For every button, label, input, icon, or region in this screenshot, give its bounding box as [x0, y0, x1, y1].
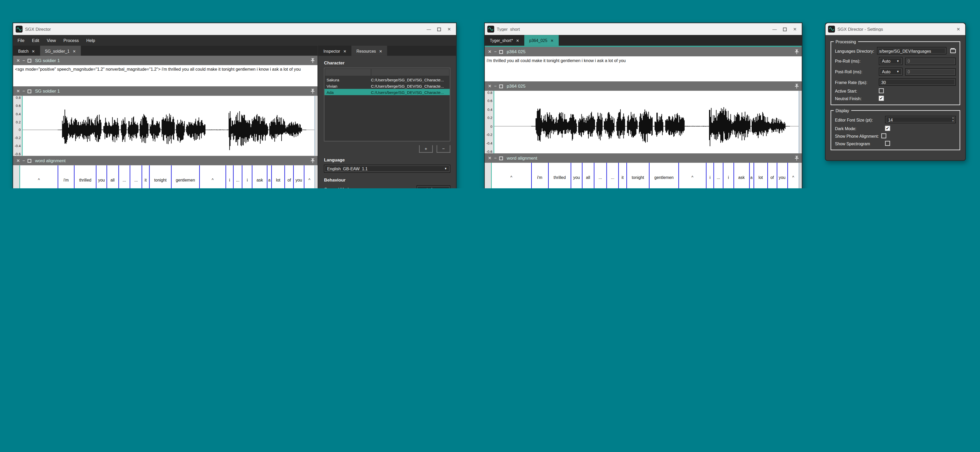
segment[interactable]: thrilled: [75, 165, 97, 188]
segment[interactable]: it: [142, 165, 150, 188]
segment[interactable]: gentlemen: [172, 165, 200, 188]
pin-icon[interactable]: [795, 84, 799, 89]
panel-close-icon[interactable]: ✕: [16, 89, 20, 94]
pin-icon[interactable]: [795, 155, 799, 160]
segment[interactable]: ^: [492, 163, 531, 188]
tab-close-icon[interactable]: ✕: [32, 49, 35, 53]
active-start-checkbox[interactable]: [879, 88, 884, 93]
segment[interactable]: ask: [734, 163, 749, 188]
titlebar[interactable]: SGX Director — ✕: [13, 23, 456, 35]
segment[interactable]: a: [267, 165, 272, 188]
minimize-icon[interactable]: —: [427, 27, 431, 31]
tab-close-icon[interactable]: ✕: [379, 49, 382, 53]
panel-close-icon[interactable]: ✕: [488, 49, 492, 54]
pin-icon[interactable]: [311, 158, 315, 163]
segment[interactable]: i: [724, 163, 734, 188]
segment[interactable]: thrilled: [549, 163, 571, 188]
segment[interactable]: all: [107, 165, 119, 188]
panel-minimize-icon[interactable]: −: [22, 58, 25, 63]
panel-close-icon[interactable]: ✕: [16, 58, 20, 63]
tab-close-icon[interactable]: ✕: [343, 49, 346, 53]
segment[interactable]: tonight: [150, 165, 172, 188]
panel-expand-icon[interactable]: [28, 159, 31, 162]
panel-close-icon[interactable]: ✕: [16, 158, 20, 163]
segment[interactable]: lot: [754, 163, 768, 188]
panel-minimize-icon[interactable]: −: [494, 156, 496, 160]
segment[interactable]: ^: [304, 165, 315, 188]
segment[interactable]: you: [97, 165, 107, 188]
tab-close-icon[interactable]: ✕: [516, 38, 519, 43]
tab-inspector[interactable]: Inspector ✕: [318, 46, 352, 56]
segment[interactable]: i: [242, 165, 253, 188]
panel-expand-icon[interactable]: [28, 59, 31, 62]
waveform-plot[interactable]: [22, 96, 315, 156]
panel-minimize-icon[interactable]: −: [494, 49, 496, 54]
general-mode-select[interactable]: neutral ▼: [417, 185, 450, 188]
panel-close-icon[interactable]: ✕: [488, 156, 492, 160]
language-select[interactable]: English_GB-EAW_1.1 ▼: [324, 165, 450, 173]
menu-process[interactable]: Process: [64, 38, 79, 43]
panel-expand-icon[interactable]: [499, 84, 503, 88]
segment[interactable]: of: [285, 165, 294, 188]
segment[interactable]: ...: [234, 165, 242, 188]
segment[interactable]: ...: [714, 163, 723, 188]
segment[interactable]: ^: [20, 165, 59, 188]
column-header-name[interactable]: [325, 69, 371, 76]
add-character-button[interactable]: +: [419, 145, 433, 153]
transcript-editor[interactable]: <sgx mode="positive" speech_magnitude="1…: [13, 65, 318, 87]
tab-close-icon[interactable]: ✕: [73, 49, 76, 53]
pin-icon[interactable]: [311, 58, 315, 63]
tab-batch[interactable]: Batch ✕: [13, 46, 40, 56]
panel-expand-icon[interactable]: [499, 50, 503, 54]
segment[interactable]: ...: [119, 165, 130, 188]
segment[interactable]: ^: [679, 163, 706, 188]
segment[interactable]: a: [749, 163, 754, 188]
segment[interactable]: tonight: [627, 163, 650, 188]
panel-expand-icon[interactable]: [499, 156, 503, 160]
editor-font-size-stepper[interactable]: 14 ▲▼: [885, 116, 956, 124]
panel-close-icon[interactable]: ✕: [488, 84, 492, 89]
spinner-up-icon[interactable]: ▲: [952, 117, 954, 119]
panel-minimize-icon[interactable]: −: [22, 158, 25, 163]
close-icon[interactable]: ✕: [956, 27, 960, 31]
pre-roll-mode-select[interactable]: Auto ▼: [879, 57, 902, 65]
segment[interactable]: lot: [272, 165, 285, 188]
character-row[interactable]: AdaC:/Users/berge/SG_DEV/SG_Characte...: [325, 89, 450, 95]
segment[interactable]: i: [226, 165, 234, 188]
segment[interactable]: all: [582, 163, 595, 188]
tab-sg-soldier-1[interactable]: SG_soldier_1 ✕: [40, 46, 81, 56]
tab-tyger-short[interactable]: Tyger_short* ✕: [485, 35, 524, 46]
post-roll-mode-select[interactable]: Auto ▼: [879, 68, 902, 76]
remove-character-button[interactable]: −: [437, 145, 450, 153]
waveform-plot[interactable]: [494, 91, 799, 153]
segment[interactable]: it: [619, 163, 627, 188]
tab-resources[interactable]: Resources ✕: [352, 46, 387, 56]
segment[interactable]: ask: [253, 165, 267, 188]
neutral-finish-checkbox[interactable]: ✔: [879, 96, 884, 101]
segment[interactable]: ^: [788, 163, 799, 188]
maximize-icon[interactable]: [783, 27, 787, 31]
show-spectrogram-checkbox[interactable]: [885, 141, 890, 146]
tab-p364-025[interactable]: p364_025 ✕: [524, 35, 559, 46]
languages-dir-field[interactable]: s/berge/SG_DEV/languages: [877, 47, 947, 54]
panel-expand-icon[interactable]: [28, 89, 31, 93]
character-row[interactable]: SakuraC:/Users/berge/SG_DEV/SG_Characte.…: [325, 76, 450, 82]
pin-icon[interactable]: [795, 49, 799, 54]
titlebar[interactable]: Tyger_short — ✕: [485, 23, 802, 35]
segment[interactable]: you: [294, 165, 304, 188]
segment[interactable]: i'm: [59, 165, 75, 188]
segment[interactable]: ...: [607, 163, 619, 188]
panel-minimize-icon[interactable]: −: [494, 84, 496, 89]
menu-file[interactable]: File: [18, 38, 24, 43]
segment[interactable]: ...: [130, 165, 142, 188]
segment[interactable]: you: [571, 163, 582, 188]
segment[interactable]: i'm: [531, 163, 549, 188]
maximize-icon[interactable]: [438, 27, 441, 31]
panel-minimize-icon[interactable]: −: [22, 89, 25, 94]
segment[interactable]: gentlemen: [650, 163, 679, 188]
folder-browse-icon[interactable]: [950, 49, 956, 53]
menu-help[interactable]: Help: [86, 38, 95, 43]
transcript-editor[interactable]: i'm thrilled you all could make it tonig…: [485, 56, 802, 81]
segment[interactable]: of: [768, 163, 777, 188]
column-header-path[interactable]: [372, 69, 449, 76]
